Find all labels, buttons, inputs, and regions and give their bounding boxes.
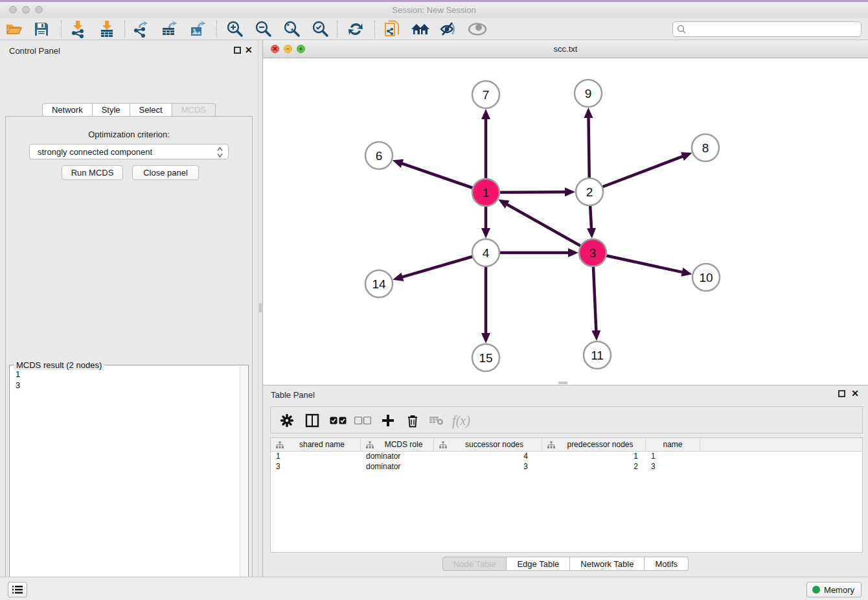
search-icon bbox=[677, 25, 686, 34]
tab-network[interactable]: Network bbox=[42, 103, 93, 117]
node-table: shared nameMCDS rolesuccessor nodesprede… bbox=[270, 437, 863, 553]
export-network-icon[interactable] bbox=[131, 19, 152, 40]
clone-network-icon[interactable] bbox=[382, 19, 402, 40]
column-header-shared-name[interactable]: shared name bbox=[271, 438, 361, 451]
column-settings-gear-icon[interactable] bbox=[277, 411, 297, 430]
node-label-15: 15 bbox=[479, 351, 492, 365]
edge-3-1[interactable] bbox=[507, 204, 593, 253]
home-layout-icon[interactable] bbox=[410, 19, 431, 40]
show-eye-icon[interactable] bbox=[467, 19, 488, 40]
cell-successor-nodes[interactable]: 3 bbox=[434, 462, 542, 472]
cell-name[interactable]: 3 bbox=[646, 462, 700, 472]
search-input[interactable] bbox=[689, 23, 861, 36]
toolbar-separator bbox=[337, 21, 337, 38]
tab-style[interactable]: Style bbox=[93, 103, 130, 117]
table-body: 1dominator4113dominator323 bbox=[271, 452, 862, 472]
network-graph-canvas[interactable]: 7968124314101511 bbox=[263, 58, 868, 385]
node-label-6: 6 bbox=[376, 149, 383, 163]
table-tab-edge-table[interactable]: Edge Table bbox=[507, 557, 570, 571]
network-window-titlebar[interactable]: ✕ − + scc.txt bbox=[263, 40, 868, 58]
run-mcds-button[interactable]: Run MCDS bbox=[62, 165, 123, 180]
search-box bbox=[672, 21, 862, 37]
memory-label: Memory bbox=[824, 585, 854, 595]
cell-predecessor-nodes[interactable]: 2 bbox=[542, 462, 646, 472]
table-panel: Table Panel ✕ f(x) shared nameMCDS roles… bbox=[263, 385, 868, 577]
optimization-criterion-label: Optimization criterion: bbox=[6, 130, 252, 139]
zoom-out-icon[interactable] bbox=[253, 19, 273, 40]
toolbar-separator bbox=[374, 21, 375, 38]
list-icon bbox=[12, 585, 23, 594]
column-header-successor-nodes[interactable]: successor nodes bbox=[434, 438, 542, 451]
save-session-icon[interactable] bbox=[31, 19, 52, 40]
window-zoom-button[interactable] bbox=[35, 6, 43, 14]
table-panel-tabs: Node TableEdge TableNetwork TableMotifs bbox=[263, 557, 868, 571]
column-type-icon bbox=[439, 441, 447, 448]
delete-table-icon[interactable] bbox=[427, 411, 446, 430]
open-folder-icon[interactable] bbox=[4, 19, 25, 40]
control-panel: Control Panel ✕ NetworkStyleSelectMCDS O… bbox=[0, 40, 258, 577]
table-panel-title: Table Panel bbox=[271, 390, 315, 400]
float-panel-icon[interactable] bbox=[838, 390, 845, 397]
select-all-checks-icon[interactable] bbox=[328, 411, 348, 430]
toolbar-separator bbox=[216, 21, 217, 38]
cell-shared-name[interactable]: 3 bbox=[271, 462, 361, 472]
table-tab-motifs[interactable]: Motifs bbox=[645, 557, 689, 571]
status-bar: Memory bbox=[0, 577, 868, 600]
memory-button[interactable]: Memory bbox=[806, 582, 862, 597]
panel-divider-vertical[interactable] bbox=[258, 40, 263, 577]
cell-successor-nodes[interactable]: 4 bbox=[434, 452, 542, 462]
function-builder-icon[interactable]: f(x) bbox=[451, 411, 471, 430]
node-label-7: 7 bbox=[483, 88, 490, 102]
criterion-select[interactable]: strongly connected component bbox=[29, 144, 229, 159]
zoom-fit-icon[interactable] bbox=[281, 19, 302, 40]
deselect-all-checks-icon[interactable] bbox=[353, 411, 372, 430]
network-close-button[interactable]: ✕ bbox=[271, 45, 279, 53]
window-minimize-button[interactable] bbox=[22, 6, 30, 14]
tab-select[interactable]: Select bbox=[130, 103, 172, 117]
toolbar-separator bbox=[61, 21, 62, 38]
control-panel-title: Control Panel bbox=[9, 46, 60, 56]
network-view-window: ✕ − + scc.txt 7968124314101511 bbox=[263, 40, 868, 385]
node-label-9: 9 bbox=[585, 87, 592, 100]
export-image-icon[interactable] bbox=[188, 19, 209, 40]
import-table-icon[interactable] bbox=[97, 19, 117, 40]
float-panel-icon[interactable] bbox=[234, 47, 241, 54]
cell-name[interactable]: 1 bbox=[646, 452, 700, 462]
task-history-button[interactable] bbox=[8, 582, 27, 597]
close-panel-icon[interactable]: ✕ bbox=[851, 389, 859, 398]
zoom-selected-icon[interactable] bbox=[310, 19, 330, 40]
chevron-up-down-icon bbox=[217, 146, 223, 158]
table-row[interactable]: 3dominator323 bbox=[271, 462, 862, 472]
edge-2-8[interactable] bbox=[589, 156, 683, 192]
cell-shared-name[interactable]: 1 bbox=[271, 452, 361, 462]
node-label-10: 10 bbox=[699, 271, 713, 284]
delete-column-trash-icon[interactable] bbox=[403, 411, 422, 430]
column-header-mcds-role[interactable]: MCDS role bbox=[361, 438, 434, 451]
column-header-predecessor-nodes[interactable]: predecessor nodes bbox=[542, 438, 646, 451]
window-close-button[interactable] bbox=[9, 6, 17, 14]
network-minimize-button[interactable]: − bbox=[284, 45, 292, 53]
add-column-icon[interactable] bbox=[378, 411, 398, 430]
refresh-layout-icon[interactable] bbox=[345, 19, 366, 40]
table-tab-network-table[interactable]: Network Table bbox=[570, 557, 645, 571]
table-tab-node-table[interactable]: Node Table bbox=[442, 557, 507, 571]
network-title: scc.txt bbox=[263, 40, 868, 58]
cell-mcds-role[interactable]: dominator bbox=[361, 462, 434, 472]
divider-grip-horizontal[interactable] bbox=[558, 382, 567, 384]
mcds-result-list: 1 3 bbox=[16, 369, 20, 391]
tab-mcds[interactable]: MCDS bbox=[172, 103, 216, 117]
show-column-icon[interactable] bbox=[303, 411, 322, 430]
network-maximize-button[interactable]: + bbox=[297, 45, 305, 53]
cell-mcds-role[interactable]: dominator bbox=[361, 452, 434, 462]
table-row[interactable]: 1dominator411 bbox=[271, 452, 862, 462]
cell-predecessor-nodes[interactable]: 1 bbox=[542, 452, 646, 462]
import-network-icon[interactable] bbox=[67, 19, 88, 40]
divider-grip[interactable] bbox=[259, 303, 262, 312]
export-table-icon[interactable] bbox=[159, 19, 180, 40]
close-panel-button[interactable]: Close panel bbox=[132, 165, 199, 180]
hide-graphics-details-icon[interactable] bbox=[438, 19, 459, 40]
result-scrollbar[interactable] bbox=[240, 366, 247, 600]
zoom-in-icon[interactable] bbox=[224, 19, 245, 40]
column-header-name[interactable]: name bbox=[646, 438, 700, 451]
close-panel-icon[interactable]: ✕ bbox=[245, 45, 253, 54]
